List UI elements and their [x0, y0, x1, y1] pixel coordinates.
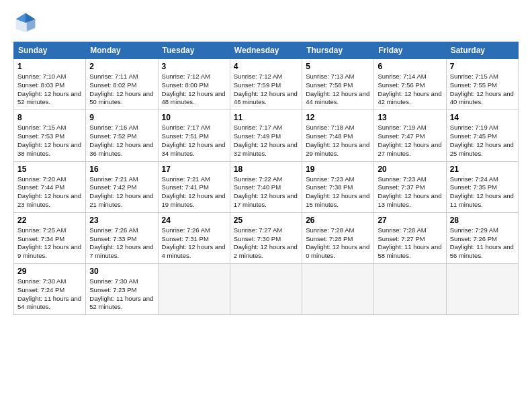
calendar-week-row: 29Sunrise: 7:30 AMSunset: 7:24 PMDayligh…	[14, 264, 519, 315]
day-number: 5	[306, 62, 370, 71]
calendar-cell: 7Sunrise: 7:15 AMSunset: 7:55 PMDaylight…	[446, 59, 518, 110]
day-number: 11	[234, 113, 298, 122]
day-number: 30	[89, 267, 154, 276]
day-number: 19	[306, 165, 370, 174]
calendar-week-row: 22Sunrise: 7:25 AMSunset: 7:34 PMDayligh…	[14, 212, 519, 263]
calendar-cell: 4Sunrise: 7:12 AMSunset: 7:59 PMDaylight…	[230, 59, 302, 110]
day-number: 26	[306, 216, 370, 225]
day-info: Sunrise: 7:12 AMSunset: 7:59 PMDaylight:…	[234, 73, 298, 107]
calendar-cell: 21Sunrise: 7:24 AMSunset: 7:35 PMDayligh…	[446, 161, 518, 212]
day-info: Sunrise: 7:17 AMSunset: 7:51 PMDaylight:…	[162, 124, 226, 158]
day-info: Sunrise: 7:23 AMSunset: 7:37 PMDaylight:…	[378, 175, 442, 210]
day-number: 16	[89, 165, 154, 174]
page: SundayMondayTuesdayWednesdayThursdayFrid…	[0, 0, 532, 411]
day-info: Sunrise: 7:30 AMSunset: 7:23 PMDaylight:…	[89, 277, 154, 312]
day-info: Sunrise: 7:23 AMSunset: 7:38 PMDaylight:…	[306, 175, 370, 210]
day-info: Sunrise: 7:19 AMSunset: 7:45 PMDaylight:…	[450, 124, 515, 158]
day-info: Sunrise: 7:26 AMSunset: 7:31 PMDaylight:…	[162, 226, 226, 261]
day-number: 13	[378, 113, 442, 122]
calendar-cell: 19Sunrise: 7:23 AMSunset: 7:38 PMDayligh…	[302, 161, 374, 212]
calendar-cell: 23Sunrise: 7:26 AMSunset: 7:33 PMDayligh…	[86, 212, 158, 263]
day-info: Sunrise: 7:28 AMSunset: 7:28 PMDaylight:…	[306, 226, 370, 261]
day-number: 12	[306, 113, 370, 122]
day-number: 14	[450, 113, 515, 122]
calendar-cell: 6Sunrise: 7:14 AMSunset: 7:56 PMDaylight…	[374, 59, 446, 110]
calendar-week-row: 15Sunrise: 7:20 AMSunset: 7:44 PMDayligh…	[14, 161, 519, 212]
calendar-cell: 28Sunrise: 7:29 AMSunset: 7:26 PMDayligh…	[446, 212, 518, 263]
calendar-header-thursday: Thursday	[302, 42, 374, 59]
calendar-cell	[230, 264, 302, 315]
calendar-cell: 5Sunrise: 7:13 AMSunset: 7:58 PMDaylight…	[302, 59, 374, 110]
calendar-cell: 22Sunrise: 7:25 AMSunset: 7:34 PMDayligh…	[14, 212, 86, 263]
day-info: Sunrise: 7:11 AMSunset: 8:02 PMDaylight:…	[89, 73, 154, 107]
day-info: Sunrise: 7:21 AMSunset: 7:42 PMDaylight:…	[89, 175, 154, 210]
day-info: Sunrise: 7:28 AMSunset: 7:27 PMDaylight:…	[378, 226, 442, 261]
day-info: Sunrise: 7:29 AMSunset: 7:26 PMDaylight:…	[450, 226, 515, 261]
day-info: Sunrise: 7:14 AMSunset: 7:56 PMDaylight:…	[378, 73, 442, 107]
calendar-cell: 2Sunrise: 7:11 AMSunset: 8:02 PMDaylight…	[86, 59, 158, 110]
day-info: Sunrise: 7:17 AMSunset: 7:49 PMDaylight:…	[234, 124, 298, 158]
calendar-cell: 25Sunrise: 7:27 AMSunset: 7:30 PMDayligh…	[230, 212, 302, 263]
day-number: 2	[89, 62, 154, 71]
calendar-header-sunday: Sunday	[14, 42, 86, 59]
day-info: Sunrise: 7:21 AMSunset: 7:41 PMDaylight:…	[162, 175, 226, 210]
day-number: 9	[89, 113, 154, 122]
day-number: 23	[89, 216, 154, 225]
calendar-cell: 27Sunrise: 7:28 AMSunset: 7:27 PMDayligh…	[374, 212, 446, 263]
calendar-cell	[374, 264, 446, 315]
day-number: 28	[450, 216, 515, 225]
calendar: SundayMondayTuesdayWednesdayThursdayFrid…	[13, 42, 519, 315]
logo-icon	[13, 11, 38, 35]
day-info: Sunrise: 7:12 AMSunset: 8:00 PMDaylight:…	[162, 73, 226, 107]
calendar-cell: 14Sunrise: 7:19 AMSunset: 7:45 PMDayligh…	[446, 110, 518, 161]
calendar-cell: 11Sunrise: 7:17 AMSunset: 7:49 PMDayligh…	[230, 110, 302, 161]
header	[13, 11, 519, 35]
day-number: 25	[234, 216, 298, 225]
day-info: Sunrise: 7:15 AMSunset: 7:55 PMDaylight:…	[450, 73, 515, 107]
day-info: Sunrise: 7:15 AMSunset: 7:53 PMDaylight:…	[17, 124, 82, 158]
day-number: 20	[378, 165, 442, 174]
calendar-cell: 18Sunrise: 7:22 AMSunset: 7:40 PMDayligh…	[230, 161, 302, 212]
calendar-header-row: SundayMondayTuesdayWednesdayThursdayFrid…	[14, 42, 519, 59]
day-info: Sunrise: 7:10 AMSunset: 8:03 PMDaylight:…	[17, 73, 82, 107]
day-info: Sunrise: 7:13 AMSunset: 7:58 PMDaylight:…	[306, 73, 370, 107]
day-number: 4	[234, 62, 298, 71]
day-number: 6	[378, 62, 442, 71]
day-number: 22	[17, 216, 82, 225]
calendar-cell: 9Sunrise: 7:16 AMSunset: 7:52 PMDaylight…	[86, 110, 158, 161]
calendar-cell: 12Sunrise: 7:18 AMSunset: 7:48 PMDayligh…	[302, 110, 374, 161]
day-number: 17	[162, 165, 226, 174]
calendar-header-wednesday: Wednesday	[230, 42, 302, 59]
calendar-cell: 3Sunrise: 7:12 AMSunset: 8:00 PMDaylight…	[158, 59, 230, 110]
logo	[13, 11, 40, 35]
calendar-week-row: 8Sunrise: 7:15 AMSunset: 7:53 PMDaylight…	[14, 110, 519, 161]
day-info: Sunrise: 7:22 AMSunset: 7:40 PMDaylight:…	[234, 175, 298, 210]
day-info: Sunrise: 7:27 AMSunset: 7:30 PMDaylight:…	[234, 226, 298, 261]
day-info: Sunrise: 7:18 AMSunset: 7:48 PMDaylight:…	[306, 124, 370, 158]
day-number: 1	[17, 62, 82, 71]
calendar-header-friday: Friday	[374, 42, 446, 59]
calendar-cell: 26Sunrise: 7:28 AMSunset: 7:28 PMDayligh…	[302, 212, 374, 263]
calendar-cell: 15Sunrise: 7:20 AMSunset: 7:44 PMDayligh…	[14, 161, 86, 212]
day-number: 10	[162, 113, 226, 122]
calendar-cell	[158, 264, 230, 315]
calendar-week-row: 1Sunrise: 7:10 AMSunset: 8:03 PMDaylight…	[14, 59, 519, 110]
calendar-cell: 17Sunrise: 7:21 AMSunset: 7:41 PMDayligh…	[158, 161, 230, 212]
day-number: 29	[17, 267, 82, 276]
day-info: Sunrise: 7:26 AMSunset: 7:33 PMDaylight:…	[89, 226, 154, 261]
calendar-cell	[302, 264, 374, 315]
day-number: 21	[450, 165, 515, 174]
day-info: Sunrise: 7:19 AMSunset: 7:47 PMDaylight:…	[378, 124, 442, 158]
calendar-cell: 10Sunrise: 7:17 AMSunset: 7:51 PMDayligh…	[158, 110, 230, 161]
calendar-header-tuesday: Tuesday	[158, 42, 230, 59]
day-number: 7	[450, 62, 515, 71]
calendar-cell: 8Sunrise: 7:15 AMSunset: 7:53 PMDaylight…	[14, 110, 86, 161]
day-info: Sunrise: 7:20 AMSunset: 7:44 PMDaylight:…	[17, 175, 82, 210]
calendar-header-saturday: Saturday	[446, 42, 518, 59]
calendar-header-monday: Monday	[86, 42, 158, 59]
calendar-cell: 1Sunrise: 7:10 AMSunset: 8:03 PMDaylight…	[14, 59, 86, 110]
day-number: 27	[378, 216, 442, 225]
calendar-cell: 13Sunrise: 7:19 AMSunset: 7:47 PMDayligh…	[374, 110, 446, 161]
calendar-cell: 24Sunrise: 7:26 AMSunset: 7:31 PMDayligh…	[158, 212, 230, 263]
day-number: 3	[162, 62, 226, 71]
